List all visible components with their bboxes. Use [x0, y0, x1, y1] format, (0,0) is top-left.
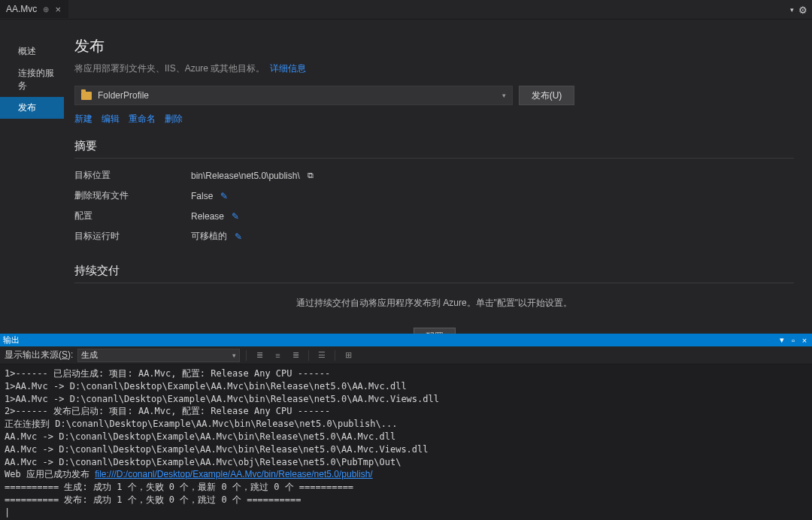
- document-tab[interactable]: AA.Mvc ⊕ ×: [0, 0, 68, 18]
- cd-description: 通过持续交付自动将应用程序发布到 Azure。单击"配置"以开始设置。: [74, 297, 794, 310]
- sidebar-item-connected-services[interactable]: 连接的服务: [0, 62, 64, 97]
- tab-dropdown-icon[interactable]: ▾: [790, 6, 794, 14]
- rename-profile-link[interactable]: 重命名: [129, 113, 156, 125]
- folder-icon: [81, 92, 92, 100]
- output-toolbar: 显示输出来源(S): 生成 ▾ ≣ ≡ ≣ ☰ ⊞: [0, 346, 812, 364]
- configure-button[interactable]: 配置: [414, 328, 456, 334]
- gear-icon[interactable]: ⚙: [798, 5, 807, 16]
- config-value: Release: [191, 211, 224, 222]
- close-icon[interactable]: ×: [800, 336, 809, 345]
- program-output-icon[interactable]: ⊞: [341, 349, 355, 362]
- runtime-value: 可移植的: [191, 230, 227, 243]
- cd-title: 持续交付: [74, 264, 794, 283]
- profile-dropdown[interactable]: FolderProfile ▾: [74, 86, 513, 105]
- publish-content: 发布 将应用部署到文件夹、IIS、Azure 或其他目标。 详细信息 Folde…: [64, 20, 812, 334]
- goto-next-icon[interactable]: ≡: [271, 349, 284, 362]
- page-title: 发布: [74, 36, 794, 56]
- runtime-label: 目标运行时: [74, 230, 191, 243]
- sidebar-item-publish[interactable]: 发布: [0, 97, 64, 119]
- delete-existing-value: False: [191, 191, 213, 201]
- pin-icon[interactable]: ⊕: [43, 5, 49, 14]
- goto-prev-icon[interactable]: ≣: [253, 349, 266, 362]
- copy-icon[interactable]: ⧉: [308, 171, 314, 180]
- pin-icon[interactable]: ▫: [789, 336, 798, 345]
- chevron-down-icon: ▾: [232, 352, 236, 359]
- delete-profile-link[interactable]: 删除: [165, 113, 183, 125]
- edit-profile-link[interactable]: 编辑: [102, 113, 120, 125]
- target-location-value: bin\Release\net5.0\publish\: [191, 171, 300, 181]
- publish-sidebar: 概述 连接的服务 发布: [0, 20, 64, 334]
- output-source-dropdown[interactable]: 生成 ▾: [77, 349, 240, 362]
- document-tab-bar: AA.Mvc ⊕ × ▾ ⚙: [0, 0, 812, 20]
- edit-icon[interactable]: ✎: [235, 231, 242, 242]
- wrap-icon[interactable]: ☰: [315, 349, 329, 362]
- delete-existing-label: 删除现有文件: [74, 189, 191, 202]
- clear-icon[interactable]: ≣: [289, 349, 302, 362]
- profile-name: FolderProfile: [98, 90, 149, 101]
- dropdown-icon[interactable]: ▾: [777, 335, 786, 345]
- output-body[interactable]: 1>------ 已启动生成: 项目: AA.Mvc, 配置: Release …: [0, 364, 812, 520]
- chevron-down-icon: ▾: [502, 92, 506, 99]
- edit-icon[interactable]: ✎: [220, 191, 228, 201]
- new-profile-link[interactable]: 新建: [74, 113, 92, 125]
- output-source-label: 显示输出来源(S):: [5, 349, 73, 361]
- publish-button[interactable]: 发布(U): [519, 86, 574, 105]
- edit-icon[interactable]: ✎: [232, 211, 239, 222]
- close-icon[interactable]: ×: [53, 5, 62, 14]
- tab-title: AA.Mvc: [6, 4, 37, 14]
- sidebar-item-overview[interactable]: 概述: [0, 41, 64, 62]
- target-location-label: 目标位置: [74, 169, 191, 182]
- summary-title: 摘要: [74, 139, 794, 159]
- page-subtitle: 将应用部署到文件夹、IIS、Azure 或其他目标。 详细信息: [74, 62, 794, 75]
- config-label: 配置: [74, 210, 191, 222]
- output-panel-titlebar[interactable]: 输出 ▾ ▫ ×: [0, 334, 812, 346]
- publish-path-link[interactable]: file:///D:/conanl/Desktop/Example/AA.Mvc…: [95, 469, 373, 479]
- details-link[interactable]: 详细信息: [270, 63, 306, 74]
- output-panel-title: 输出: [3, 334, 20, 346]
